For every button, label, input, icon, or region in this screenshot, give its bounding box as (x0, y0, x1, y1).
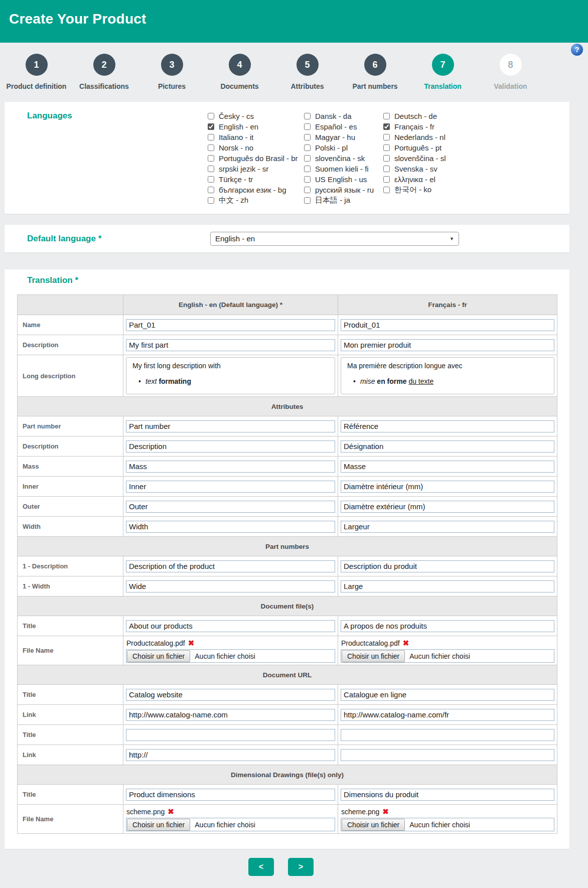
language-checkbox[interactable] (208, 176, 214, 183)
fr-input[interactable] (341, 501, 554, 513)
language-checkbox[interactable] (208, 197, 214, 204)
step-3[interactable]: 3Pictures (138, 54, 206, 100)
en-input[interactable] (126, 560, 335, 572)
step-circle[interactable]: 1 (26, 54, 48, 76)
step-circle[interactable]: 6 (364, 54, 386, 76)
language-checkbox[interactable] (304, 123, 311, 130)
language-checkbox[interactable] (304, 144, 311, 151)
rich-text-editor[interactable]: My first long description with•text form… (126, 357, 335, 394)
en-input[interactable] (126, 501, 335, 513)
step-4[interactable]: 4Documents (206, 54, 273, 100)
language-option[interactable]: Türkçe - tr (208, 174, 304, 185)
language-option[interactable]: Polski - pl (304, 142, 383, 153)
fr-input[interactable] (341, 580, 554, 593)
choose-file-button[interactable]: Choisir un fichier (127, 650, 190, 662)
fr-input[interactable] (341, 689, 554, 701)
step-2[interactable]: 2Classifications (70, 54, 138, 100)
language-option[interactable]: Magyar - hu (304, 132, 383, 142)
en-input[interactable] (126, 580, 335, 593)
language-checkbox[interactable] (208, 123, 214, 130)
language-option[interactable]: ελληνικα - el (383, 174, 446, 185)
step-6[interactable]: 6Part numbers (341, 54, 409, 100)
language-checkbox[interactable] (304, 197, 311, 204)
fr-input[interactable] (341, 729, 554, 741)
language-option[interactable]: English - en (208, 121, 304, 132)
en-input[interactable] (126, 521, 335, 533)
language-option[interactable]: srpski jezik - sr (208, 164, 304, 174)
language-checkbox[interactable] (304, 166, 311, 172)
step-circle[interactable]: 8 (500, 54, 522, 76)
prev-button[interactable]: < (248, 858, 274, 876)
language-option[interactable]: Italiano - it (208, 132, 304, 142)
step-circle[interactable]: 2 (93, 54, 115, 76)
fr-input[interactable] (341, 481, 554, 493)
en-input[interactable] (126, 339, 335, 351)
remove-file-icon[interactable]: ✖ (403, 639, 409, 647)
step-5[interactable]: 5Attributes (273, 54, 341, 100)
language-checkbox[interactable] (383, 176, 390, 183)
language-option[interactable]: 한국어 - ko (383, 185, 446, 195)
choose-file-button[interactable]: Choisir un fichier (342, 819, 405, 831)
rich-text-editor[interactable]: Ma première description longue avec•mise… (341, 357, 554, 394)
file-input[interactable]: Choisir un fichierAucun fichier choisi (126, 649, 335, 663)
language-option[interactable]: Português do Brasil - br (208, 153, 304, 164)
en-input[interactable] (126, 749, 335, 761)
step-8[interactable]: 8Validation (477, 54, 544, 100)
language-checkbox[interactable] (208, 113, 214, 119)
remove-file-icon[interactable]: ✖ (168, 807, 174, 816)
fr-input[interactable] (341, 461, 554, 473)
en-input[interactable] (126, 689, 335, 701)
fr-input[interactable] (341, 420, 554, 432)
language-option[interactable]: Deutsch - de (383, 111, 446, 121)
language-checkbox[interactable] (304, 155, 311, 162)
language-option[interactable]: 日本語 - ja (304, 195, 383, 206)
language-checkbox[interactable] (383, 144, 390, 151)
language-option[interactable]: русский язык - ru (304, 185, 383, 195)
fr-input[interactable] (341, 521, 554, 533)
language-checkbox[interactable] (304, 134, 311, 140)
remove-file-icon[interactable]: ✖ (382, 807, 389, 816)
fr-input[interactable] (341, 339, 554, 351)
file-input[interactable]: Choisir un fichierAucun fichier choisi (126, 818, 335, 831)
fr-input[interactable] (341, 789, 554, 801)
step-circle[interactable]: 5 (297, 54, 319, 76)
language-option[interactable]: Norsk - no (208, 142, 304, 153)
language-checkbox[interactable] (383, 113, 390, 119)
fr-input[interactable] (341, 560, 554, 572)
language-option[interactable]: български език - bg (208, 185, 304, 195)
en-input[interactable] (126, 620, 335, 632)
language-checkbox[interactable] (208, 144, 214, 151)
language-option[interactable]: Svenska - sv (383, 164, 446, 174)
language-option[interactable]: Português - pt (383, 142, 446, 153)
step-7[interactable]: 7Translation (409, 54, 477, 100)
language-checkbox[interactable] (304, 187, 311, 193)
en-input[interactable] (126, 420, 335, 432)
language-checkbox[interactable] (208, 187, 214, 193)
language-checkbox[interactable] (383, 187, 390, 193)
language-checkbox[interactable] (304, 113, 311, 119)
step-circle[interactable]: 3 (161, 54, 183, 76)
en-input[interactable] (126, 729, 335, 741)
fr-input[interactable] (341, 440, 554, 453)
en-input[interactable] (126, 481, 335, 493)
language-option[interactable]: Français - fr (383, 121, 446, 132)
language-option[interactable]: Nederlands - nl (383, 132, 446, 142)
language-checkbox[interactable] (383, 123, 390, 130)
language-option[interactable]: Česky - cs (208, 111, 304, 121)
en-input[interactable] (126, 709, 335, 721)
language-option[interactable]: Español - es (304, 121, 383, 132)
step-circle[interactable]: 4 (229, 54, 251, 76)
help-icon[interactable]: ? (571, 44, 583, 56)
fr-input[interactable] (341, 749, 554, 761)
fr-input[interactable] (341, 319, 554, 331)
language-checkbox[interactable] (383, 166, 390, 172)
fr-input[interactable] (341, 620, 554, 632)
fr-input[interactable] (341, 709, 554, 721)
step-circle[interactable]: 7 (432, 54, 454, 76)
language-option[interactable]: Suomen kieli - fi (304, 164, 383, 174)
language-option[interactable]: slovenčina - sk (304, 153, 383, 164)
language-checkbox[interactable] (383, 134, 390, 140)
language-option[interactable]: slovenščina - sl (383, 153, 446, 164)
language-checkbox[interactable] (383, 155, 390, 162)
remove-file-icon[interactable]: ✖ (188, 639, 195, 647)
